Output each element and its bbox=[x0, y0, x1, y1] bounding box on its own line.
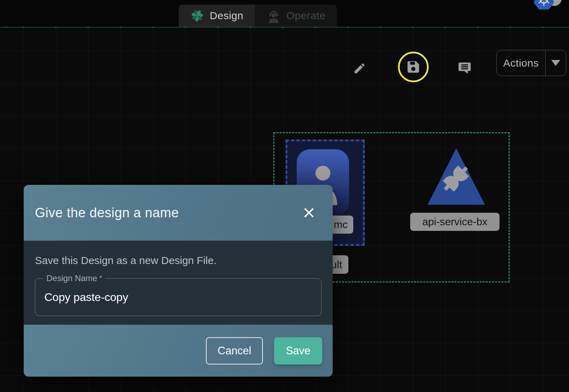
meshery-app: mc ult api-service-bx bbox=[0, 0, 569, 392]
tab-design[interactable]: Design bbox=[179, 5, 255, 27]
design-name-input[interactable] bbox=[35, 279, 321, 316]
save-design-button[interactable] bbox=[398, 52, 429, 82]
tab-operate[interactable]: Operate bbox=[255, 5, 337, 27]
pencil-icon bbox=[353, 62, 366, 75]
mode-tabs: Design Operate bbox=[179, 5, 337, 27]
dialog-description: Save this Design as a new Design File. bbox=[35, 255, 322, 266]
save-design-dialog: Give the design a name Save this Design … bbox=[24, 185, 333, 377]
canvas-top-separator bbox=[0, 27, 569, 28]
meshery-spiral-icon bbox=[190, 9, 204, 23]
floppy-disk-icon bbox=[406, 59, 421, 75]
required-marker: * bbox=[99, 274, 102, 282]
comments-button[interactable] bbox=[457, 60, 473, 76]
dialog-close-button[interactable] bbox=[301, 204, 317, 221]
disconnected-plug-icon bbox=[441, 163, 471, 194]
dialog-footer: Cancel Save bbox=[24, 325, 333, 377]
dialog-title: Give the design a name bbox=[35, 205, 179, 220]
actions-button-label[interactable]: Actions bbox=[497, 50, 545, 76]
tab-design-label: Design bbox=[210, 10, 243, 22]
modal-save-button[interactable]: Save bbox=[274, 337, 322, 364]
kubernetes-context-badge[interactable] bbox=[532, 0, 562, 15]
node-label: api-service-bx bbox=[410, 213, 500, 231]
tab-operate-label: Operate bbox=[287, 10, 326, 22]
design-name-label-text: Design Name bbox=[46, 273, 97, 283]
dialog-body: Save this Design as a new Design File. D… bbox=[24, 241, 333, 325]
cancel-button[interactable]: Cancel bbox=[206, 337, 263, 364]
caret-down-icon bbox=[551, 60, 560, 66]
operator-headset-icon bbox=[266, 8, 281, 23]
actions-split-button[interactable]: Actions bbox=[496, 50, 566, 76]
top-navigation-bar: Design Operate bbox=[0, 0, 569, 27]
design-name-label: Design Name * bbox=[43, 273, 105, 283]
design-name-field: Design Name * bbox=[35, 278, 322, 316]
comment-bubble-icon bbox=[457, 61, 472, 75]
edit-design-button[interactable] bbox=[351, 60, 368, 77]
dialog-header: Give the design a name bbox=[24, 185, 333, 241]
actions-dropdown-toggle[interactable] bbox=[546, 50, 566, 76]
close-x-icon bbox=[303, 206, 315, 219]
